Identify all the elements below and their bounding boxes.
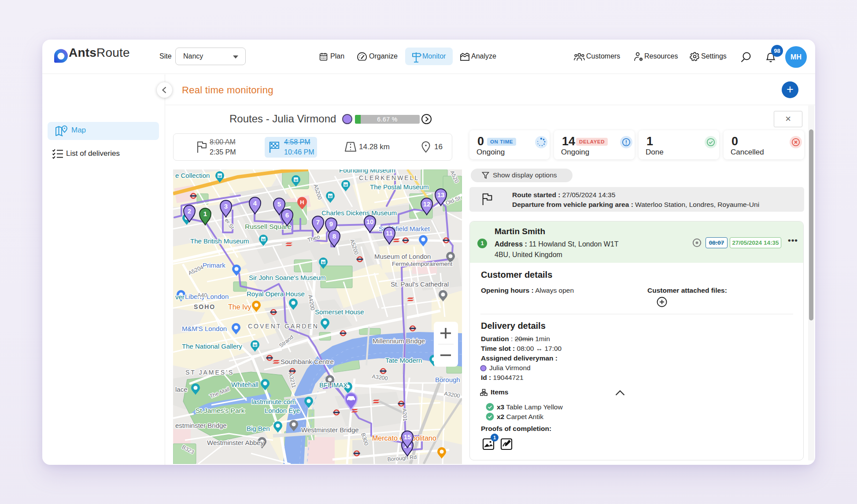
svg-text:Westminster Bridge: Westminster Bridge — [301, 426, 359, 434]
svg-text:13: 13 — [437, 191, 445, 199]
svg-text:Fermé temporairement: Fermé temporairement — [392, 261, 453, 267]
svg-text:5: 5 — [277, 200, 281, 208]
svg-text:Russell Square: Russell Square — [245, 223, 291, 230]
svg-text:CLERKENWELL: CLERKENWELL — [359, 174, 419, 181]
svg-text:lastminute.com: lastminute.com — [251, 398, 296, 405]
svg-text:e Collection: e Collection — [175, 172, 210, 179]
svg-text:1: 1 — [203, 210, 207, 217]
svg-text:St James's Park: St James's Park — [196, 407, 245, 414]
svg-text:ver: ver — [175, 293, 185, 301]
svg-text:10: 10 — [366, 218, 374, 225]
svg-text:12: 12 — [423, 200, 431, 208]
svg-text:8: 8 — [332, 232, 336, 240]
svg-text:2: 2 — [188, 207, 191, 215]
svg-text:COVENT GARDEN: COVENT GARDEN — [248, 323, 319, 330]
svg-text:Big Ben: Big Ben — [247, 425, 270, 432]
svg-text:Whitehall: Whitehall — [231, 381, 259, 388]
svg-text:Tate Modern: Tate Modern — [385, 357, 422, 364]
svg-text:ST JAMES'S: ST JAMES'S — [185, 369, 234, 376]
svg-text:7: 7 — [316, 218, 320, 226]
svg-text:A201: A201 — [401, 408, 408, 421]
svg-text:Primark: Primark — [203, 261, 225, 269]
svg-text:St. Paul's Cathedral: St. Paul's Cathedral — [391, 280, 449, 288]
svg-text:Westminster Abbey: Westminster Abbey — [207, 439, 264, 446]
svg-text:The Ivy: The Ivy — [228, 303, 251, 311]
svg-text:The National Gallery: The National Gallery — [182, 342, 242, 350]
svg-text:Charles Dickens Museum: Charles Dickens Museum — [321, 209, 397, 217]
svg-text:Borough: Borough — [435, 376, 460, 383]
svg-text:6: 6 — [285, 211, 289, 219]
svg-text:Museum of London: Museum of London — [374, 253, 431, 260]
svg-text:Royal Opera House: Royal Opera House — [247, 290, 305, 298]
svg-text:The Postal Museum: The Postal Museum — [370, 183, 428, 191]
svg-text:11: 11 — [386, 229, 393, 237]
svg-text:15: 15 — [404, 433, 411, 441]
svg-text:estminster Bridge: estminster Bridge — [175, 422, 227, 429]
svg-text:Southbank Centre: Southbank Centre — [281, 358, 334, 365]
svg-text:lace: lace — [175, 386, 188, 393]
svg-text:9: 9 — [329, 220, 333, 228]
svg-text:BFI IMAX: BFI IMAX — [319, 381, 347, 389]
svg-text:Foundling Museum: Foundling Museum — [339, 169, 395, 174]
svg-text:Sir John Soane's Museum: Sir John Soane's Museum — [249, 274, 326, 281]
svg-text:H: H — [300, 199, 304, 206]
svg-text:A40: A40 — [197, 292, 207, 298]
svg-text:4: 4 — [253, 199, 257, 207]
svg-text:London Eye: London Eye — [265, 407, 300, 414]
svg-text:The British Museum: The British Museum — [190, 237, 249, 245]
svg-text:Millennium Bridge: Millennium Bridge — [373, 337, 425, 345]
svg-text:M&M'S London: M&M'S London — [182, 325, 227, 332]
svg-text:SOHO: SOHO — [194, 303, 215, 310]
svg-text:3: 3 — [224, 202, 228, 210]
svg-text:Somerset House: Somerset House — [315, 308, 364, 316]
